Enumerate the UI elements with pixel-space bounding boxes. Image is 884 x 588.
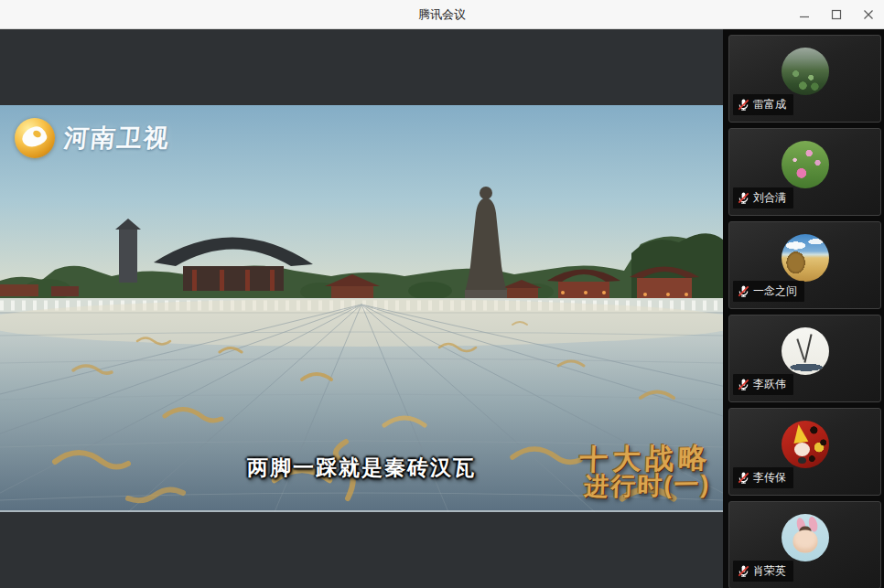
window-title: 腾讯会议: [418, 6, 466, 23]
participant-avatar: [782, 234, 829, 282]
participant-avatar: [782, 141, 829, 188]
mic-muted-icon: [737, 191, 750, 205]
app-window: 腾讯会议: [0, 0, 884, 588]
participant-name: 李传保: [753, 470, 786, 486]
participant-name-tag: 李传保: [733, 467, 793, 488]
participant-tile[interactable]: 雷富成: [728, 35, 881, 123]
participant-name-tag: 雷富成: [733, 94, 793, 115]
participant-tile[interactable]: 李跃伟: [728, 315, 881, 402]
participant-avatar: [782, 327, 829, 375]
participant-name-tag: 李跃伟: [733, 374, 793, 395]
mic-muted-icon: [737, 378, 750, 391]
mic-muted-icon: [737, 471, 750, 485]
participant-name: 李跃伟: [753, 377, 786, 392]
participant-tile[interactable]: 肖荣英: [728, 501, 881, 588]
minimize-icon: [799, 9, 810, 20]
close-icon: [863, 9, 874, 20]
close-button[interactable]: [852, 0, 884, 28]
meeting-content: 河南卫视 两脚一踩就是秦砖汉瓦 十大战略 进行时(一): [0, 29, 884, 588]
title-bar: 腾讯会议: [0, 0, 884, 29]
participant-name-tag: 刘合满: [733, 187, 793, 208]
program-title-line1: 十大战略: [579, 444, 712, 475]
mic-muted-icon: [737, 564, 750, 578]
channel-logo: 河南卫视: [15, 118, 170, 158]
henan-tv-globe-icon: [15, 118, 55, 158]
participants-sidebar: 雷富成 刘合满: [723, 29, 884, 588]
mic-muted-icon: [737, 284, 750, 298]
participant-avatar: [782, 514, 829, 561]
video-subtitle: 两脚一踩就是秦砖汉瓦: [247, 454, 476, 482]
participant-name: 刘合满: [753, 190, 786, 206]
program-title-badge: 十大战略 进行时(一): [578, 444, 712, 500]
shared-screen-video: 河南卫视 两脚一踩就是秦砖汉瓦 十大战略 进行时(一): [0, 105, 723, 512]
program-title-line2: 进行时(一): [578, 472, 711, 499]
participant-avatar: [782, 48, 829, 95]
participant-tile[interactable]: 一念之间: [728, 221, 881, 309]
participant-name: 一念之间: [753, 283, 797, 299]
participant-avatar: [782, 421, 829, 468]
participant-name: 肖荣英: [753, 563, 786, 579]
channel-logo-text: 河南卫视: [62, 122, 172, 155]
participant-tile[interactable]: 刘合满: [728, 128, 881, 216]
participant-name-tag: 肖荣英: [733, 561, 793, 582]
participant-name-tag: 一念之间: [733, 281, 804, 302]
participant-name: 雷富成: [753, 97, 786, 112]
maximize-button[interactable]: [820, 0, 852, 28]
mic-muted-icon: [737, 98, 750, 112]
window-controls: [788, 0, 884, 28]
minimize-button[interactable]: [788, 0, 820, 28]
participant-tile[interactable]: 李传保: [728, 408, 881, 496]
shared-screen-stage: 河南卫视 两脚一踩就是秦砖汉瓦 十大战略 进行时(一): [0, 29, 723, 588]
maximize-icon: [831, 9, 842, 20]
